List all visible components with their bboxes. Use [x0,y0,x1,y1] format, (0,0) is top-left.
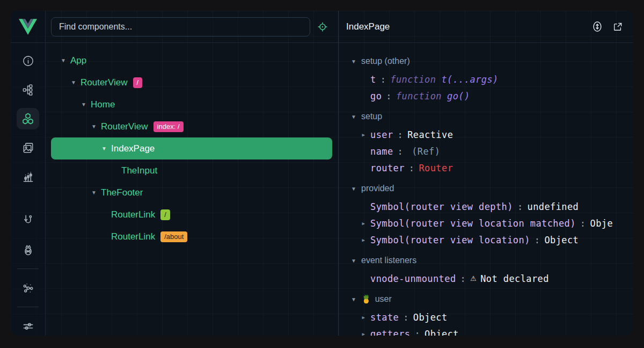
state-value: Not declared [480,273,549,284]
component-name: RouterLink [111,231,155,242]
tree-row-app[interactable]: ▼ App [51,49,332,71]
chevron-down-icon[interactable]: ▼ [70,79,77,85]
fn-keyword: function [390,74,436,85]
tree-row-routerview-index[interactable]: ▼ RouterView index: / [51,115,332,137]
sidebar-divider [17,269,39,269]
sidebar-icon-list [11,43,45,336]
chevron-right-icon[interactable]: ▶ [361,132,367,137]
timeline-icon[interactable] [17,166,39,187]
state-row[interactable]: ▶ Symbol(router view location) : Object [350,231,633,248]
warning-icon: ⚠ [470,274,477,282]
section-label: setup [361,112,382,121]
state-row[interactable]: ▶ Symbol(router view location matched) :… [350,215,633,231]
sidebar-divider [17,307,39,307]
chevron-down-icon: ▼ [350,114,357,120]
section-provided: ▼ provided ▶ Symbol(router view depth) :… [350,179,633,248]
pages-tree-icon[interactable] [17,79,39,100]
fn-signature: t(...args) [441,74,498,85]
tree-row-theinput[interactable]: ▼ TheInput [51,160,332,182]
separator: : [409,163,415,173]
open-in-editor-icon[interactable] [611,20,625,34]
section-header[interactable]: ▼ 🍍 user [350,289,633,309]
separator: : [414,329,420,336]
state-row[interactable]: ▶ state : Object [350,309,633,325]
component-name: TheInput [121,165,157,176]
separator: : [517,201,523,212]
section-user-store: ▼ 🍍 user ▶ state : Object ▶ getters : Ob… [350,289,633,336]
chevron-right-icon[interactable]: ▶ [361,315,367,320]
chevron-down-icon[interactable]: ▼ [80,102,87,107]
chevron-down-icon: ▼ [350,258,357,264]
section-header[interactable]: ▼ event listeners [350,251,633,270]
section-setup: ▼ setup ▶ user : Reactive ▶ name : (Ref)… [350,107,633,176]
state-value: Object [425,329,459,336]
state-row[interactable]: ▶ name : (Ref) [350,143,633,160]
state-row[interactable]: ▶ Symbol(router view depth) : undefined [350,198,633,215]
component-name: RouterView [80,77,128,88]
search-input[interactable] [51,17,310,37]
chevron-down-icon: ▼ [350,296,357,302]
router-icon[interactable] [17,209,39,230]
graph-icon[interactable] [17,277,39,299]
separator: : [580,218,586,229]
separator: : [386,91,392,102]
state-row[interactable]: ▶ getters : Object [350,325,633,336]
state-key: vnode-unmounted [370,273,456,284]
section-header[interactable]: ▼ provided [350,179,633,198]
component-name: TheFooter [101,187,143,198]
state-row[interactable]: ▶ t : function t(...args) [350,71,633,88]
state-inspector: IndexPage ▼ [339,11,633,336]
tree-row-routerview[interactable]: ▼ RouterView / [51,71,332,93]
components-panel: ▼ App ▼ RouterView / ▼ Home ▼ RouterView… [46,11,339,336]
chevron-down-icon[interactable]: ▼ [91,190,97,195]
state-key: router [370,163,405,173]
settings-icon[interactable] [17,315,39,336]
route-badge: index: / [153,121,184,132]
state-key: user [370,129,393,140]
tree-row-indexpage-selected[interactable]: ▼ IndexPage [51,137,332,160]
tree-row-routerlink-home[interactable]: ▼ RouterLink / [51,204,332,226]
section-header[interactable]: ▼ setup (other) [350,52,633,71]
component-tree: ▼ App ▼ RouterView / ▼ Home ▼ RouterView… [46,43,338,248]
fn-signature: go() [447,91,470,102]
state-key: state [370,312,399,323]
separator: : [398,129,404,140]
expand-collapse-icon[interactable] [590,20,604,34]
state-row[interactable]: ▶ user : Reactive [350,126,633,143]
component-name: RouterLink [111,209,155,220]
state-value: Obje [590,218,613,229]
section-label: event listeners [361,256,416,265]
state-value: (Ref) [412,146,440,157]
state-value: Reactive [407,129,453,140]
inspector-title: IndexPage [346,21,584,32]
info-icon[interactable] [17,50,39,71]
state-key: t [370,74,376,85]
assets-icon[interactable] [17,137,39,158]
components-icon[interactable] [17,108,39,129]
devtools-window: ▼ App ▼ RouterView / ▼ Home ▼ RouterView… [11,11,633,336]
section-header[interactable]: ▼ setup [350,107,633,126]
pinia-icon[interactable] [17,239,39,260]
state-row[interactable]: ▶ go : function go() [350,88,633,104]
select-component-icon[interactable] [313,18,332,36]
separator: : [380,74,386,85]
chevron-right-icon[interactable]: ▶ [361,221,367,226]
separator: : [535,235,540,245]
chevron-down-icon[interactable]: ▼ [91,124,97,129]
separator: : [398,146,404,157]
state-key: name [370,146,393,157]
chevron-right-icon[interactable]: ▶ [361,237,367,243]
separator: : [460,273,466,284]
section-label: provided [361,184,394,193]
chevron-right-icon[interactable]: ▶ [361,331,367,336]
state-key: Symbol(router view location) [370,235,530,245]
tree-row-home[interactable]: ▼ Home [51,93,332,115]
chevron-down-icon[interactable]: ▼ [101,146,107,151]
state-row[interactable]: ▶ router : Router [350,160,633,176]
tree-row-routerlink-about[interactable]: ▼ RouterLink /about [51,226,332,248]
chevron-down-icon[interactable]: ▼ [60,57,67,63]
state-row[interactable]: ▶ vnode-unmounted : ⚠ Not declared [350,270,633,287]
tree-row-thefooter[interactable]: ▼ TheFooter [51,182,332,204]
section-label: setup (other) [361,56,410,66]
state-key: Symbol(router view depth) [370,201,513,212]
